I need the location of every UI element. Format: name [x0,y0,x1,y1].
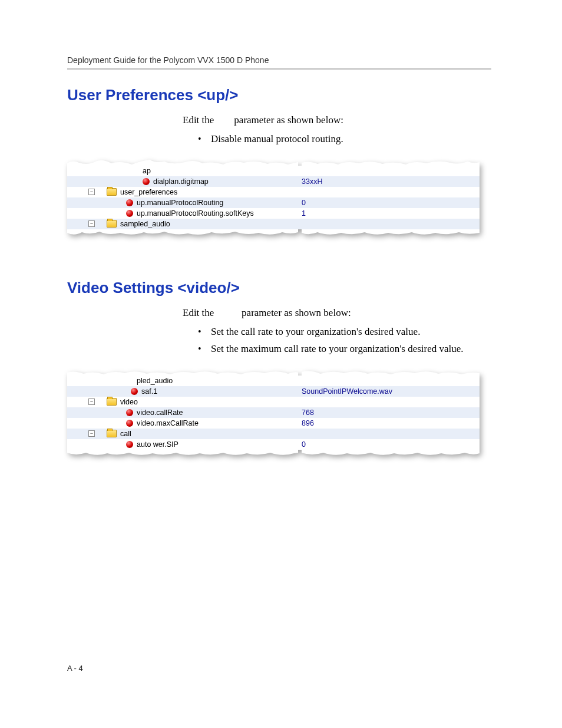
tree-node-label: auto wer.SIP [137,440,178,449]
tree-row[interactable]: up.manualProtocolRouting 0 [67,197,480,208]
tree-row[interactable]: saf.1 SoundPointIPWelcome.wav [67,386,480,397]
collapse-icon[interactable]: − [88,220,95,227]
tree-value [298,429,480,439]
intro-text: Edit the parameter as shown below: [183,307,491,319]
tree-node-label: up.manualProtocolRouting [137,199,223,207]
bullet-list: Disable manual protocol routing. [198,131,491,148]
bullet-item: Set the call rate to your organization's… [198,324,491,341]
bullet-item: Set the maximum call rate to your organi… [198,341,491,358]
tree-node-label: video [120,398,138,406]
intro-part1: Edit the [183,114,214,126]
tree-value: 33xxH [298,176,480,187]
leaf-icon [126,409,133,416]
intro-part2: parameter as shown below: [234,114,343,126]
bullet-list: Set the call rate to your organization's… [198,324,491,358]
tree-row[interactable]: −call [67,429,480,439]
torn-edge-bottom [67,450,480,458]
tree-value [298,166,480,176]
config-tree-video: pled_audio saf.1 SoundPointIPWelcome.wav… [67,368,480,458]
tree-value [298,397,480,407]
tree-value [298,375,480,386]
collapse-icon[interactable]: − [88,398,95,405]
tree-row[interactable]: auto wer.SIP 0 [67,439,480,450]
leaf-icon [131,388,138,395]
tree-node-label: video.maxCallRate [137,419,199,427]
tree-row[interactable]: video.maxCallRate 896 [67,418,480,429]
folder-icon [107,220,117,228]
config-tree-up: ap dialplan.digitmap 33xxH −user_prefere… [67,159,480,238]
leaf-icon [126,420,133,427]
tree-value [298,187,480,197]
tree-value: 768 [298,407,480,418]
page-number: A - 4 [67,664,83,673]
tree-row[interactable]: video.callRate 768 [67,407,480,418]
intro-part1: Edit the [183,307,214,318]
tree-row[interactable]: up.manualProtocolRouting.softKeys 1 [67,208,480,219]
tree-row[interactable]: −sampled_audio [67,219,480,229]
tree-row[interactable]: −video [67,397,480,407]
folder-icon [107,188,117,196]
intro-part2: parameter as shown below: [242,307,351,318]
tree-node-label: sampled_audio [120,220,170,228]
collapse-icon[interactable]: − [88,189,95,195]
torn-edge-top [67,159,480,166]
bullet-item: Disable manual protocol routing. [198,131,491,148]
section-heading-video: Video Settings <video/> [67,279,491,297]
tree-node-label: video.callRate [137,409,183,417]
torn-edge-top [67,368,480,375]
leaf-icon [126,210,133,217]
tree-value: 896 [298,418,480,429]
leaf-icon [126,199,133,206]
page-header: Deployment Guide for the Polycom VVX 150… [67,55,491,70]
tree-node-label: call [120,430,131,438]
folder-icon [107,398,117,406]
intro-text: Edit the parameter as shown below: [183,114,491,126]
tree-value: 0 [298,197,480,208]
tree-value: 1 [298,208,480,219]
tree-node-label: up.manualProtocolRouting.softKeys [137,209,254,218]
collapse-icon[interactable]: − [88,430,95,437]
tree-row[interactable]: dialplan.digitmap 33xxH [67,176,480,187]
tree-node-label: pled_audio [137,377,173,385]
tree-row[interactable]: −user_preferences [67,187,480,197]
tree-node-label: saf.1 [141,387,157,396]
tree-node-label: dialplan.digitmap [153,177,209,186]
tree-value: SoundPointIPWelcome.wav [298,386,480,397]
leaf-icon [126,441,133,448]
tree-node-label: ap [143,167,151,175]
leaf-icon [143,178,150,185]
folder-icon [107,430,117,437]
torn-edge-bottom [67,229,480,238]
tree-value [298,219,480,229]
section-heading-up: User Preferences <up/> [67,86,491,104]
tree-row[interactable]: pled_audio [67,375,480,386]
tree-row[interactable]: ap [67,166,480,176]
tree-value: 0 [298,439,480,450]
tree-node-label: user_preferences [120,188,177,196]
